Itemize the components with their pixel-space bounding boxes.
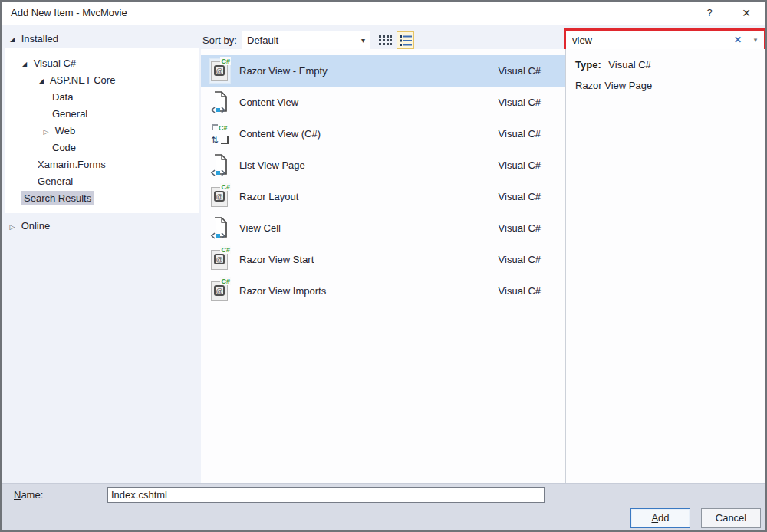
template-row[interactable]: Content View Visual C# xyxy=(201,87,565,118)
tree-item-visual-csharp[interactable]: ◢ Visual C# xyxy=(5,55,199,72)
template-row[interactable]: C# ⇅ Content View (C#) Visual C# xyxy=(201,118,565,149)
list-view-button[interactable] xyxy=(397,31,414,49)
svg-text:⇅: ⇅ xyxy=(211,135,219,146)
template-description: Razor View Page xyxy=(575,80,652,91)
template-row[interactable]: @ C# Razor Layout Visual C# xyxy=(201,181,565,212)
chevron-collapsed-icon[interactable]: ▷ xyxy=(40,123,52,140)
type-label: Type: xyxy=(575,59,601,71)
content-view-icon xyxy=(210,90,230,114)
chevron-collapsed-icon[interactable]: ▷ xyxy=(6,218,18,235)
sort-by-label: Sort by: xyxy=(202,31,237,50)
content-view-icon xyxy=(210,216,230,240)
add-button[interactable]: Add xyxy=(630,508,690,528)
chevron-expanded-icon[interactable]: ◢ xyxy=(35,73,48,90)
clear-search-icon[interactable]: ✕ xyxy=(730,31,746,49)
tree-item-web[interactable]: ▷ Web xyxy=(5,123,199,140)
small-icons-view-button[interactable] xyxy=(377,31,394,49)
footer-bar: Name: Add Cancel xyxy=(2,483,765,530)
name-input[interactable] xyxy=(107,487,545,503)
list-view-icon xyxy=(400,35,412,46)
sidebar-group-installed[interactable]: ◢ Installed xyxy=(6,31,58,48)
template-row[interactable]: @ C# Razor View Imports Visual C# xyxy=(201,275,565,307)
close-icon[interactable]: ✕ xyxy=(730,2,762,25)
tree-item-general-2[interactable]: General xyxy=(5,173,199,190)
cancel-button[interactable]: Cancel xyxy=(701,508,761,528)
chevron-down-icon: ▾ xyxy=(361,31,365,49)
tree-item-search-results[interactable]: Search Results xyxy=(5,190,199,207)
template-row[interactable]: @ C# Razor View - Empty Visual C# xyxy=(201,55,565,87)
template-row[interactable]: View Cell Visual C# xyxy=(201,212,565,244)
template-row[interactable]: List View Page Visual C# xyxy=(201,149,565,181)
category-tree: ◢ Visual C# ◢ ASP.NET Core Data General … xyxy=(5,48,199,213)
tree-item-data[interactable]: Data xyxy=(5,89,199,106)
content-view-icon xyxy=(210,153,230,177)
razor-view-icon: @ C# xyxy=(210,59,230,83)
title-bar: Add New Item - MvcMovie ? ✕ xyxy=(2,2,765,25)
sidebar-group-label: Online xyxy=(21,220,51,232)
sidebar-group-label: Installed xyxy=(21,33,58,44)
search-box-highlighted: ✕ ▾ xyxy=(564,28,766,51)
tree-item-xamarin-forms[interactable]: Xamarin.Forms xyxy=(5,156,199,173)
sort-by-value: Default xyxy=(247,34,278,46)
type-value: Visual C# xyxy=(608,59,650,71)
razor-view-icon: @ C# xyxy=(210,185,230,209)
add-new-item-dialog: Add New Item - MvcMovie ? ✕ ◢ Installed … xyxy=(0,0,767,532)
chevron-expanded-icon[interactable]: ◢ xyxy=(6,31,18,48)
small-icons-icon xyxy=(379,35,392,46)
tree-item-general[interactable]: General xyxy=(5,106,199,123)
content-view-cs-icon: C# ⇅ xyxy=(210,122,230,146)
razor-view-icon: @ C# xyxy=(210,248,230,271)
dialog-title: Add New Item - MvcMovie xyxy=(11,2,127,25)
help-icon[interactable]: ? xyxy=(693,2,726,25)
chevron-expanded-icon[interactable]: ◢ xyxy=(18,56,31,73)
template-row[interactable]: @ C# Razor View Start Visual C# xyxy=(201,244,565,275)
sidebar-group-online[interactable]: ▷ Online xyxy=(6,218,50,235)
razor-view-icon: @ C# xyxy=(210,279,230,303)
search-dropdown-icon[interactable]: ▾ xyxy=(749,31,762,49)
template-list: @ C# Razor View - Empty Visual C# Conten… xyxy=(201,49,565,483)
sort-by-dropdown[interactable]: Default ▾ xyxy=(242,31,370,50)
tree-item-aspnet-core[interactable]: ◢ ASP.NET Core xyxy=(5,72,199,89)
svg-text:C#: C# xyxy=(219,124,228,132)
template-details-panel: Type: Visual C# Razor View Page xyxy=(566,49,767,483)
name-label: Name: xyxy=(14,487,43,504)
tree-item-code[interactable]: Code xyxy=(5,140,199,156)
